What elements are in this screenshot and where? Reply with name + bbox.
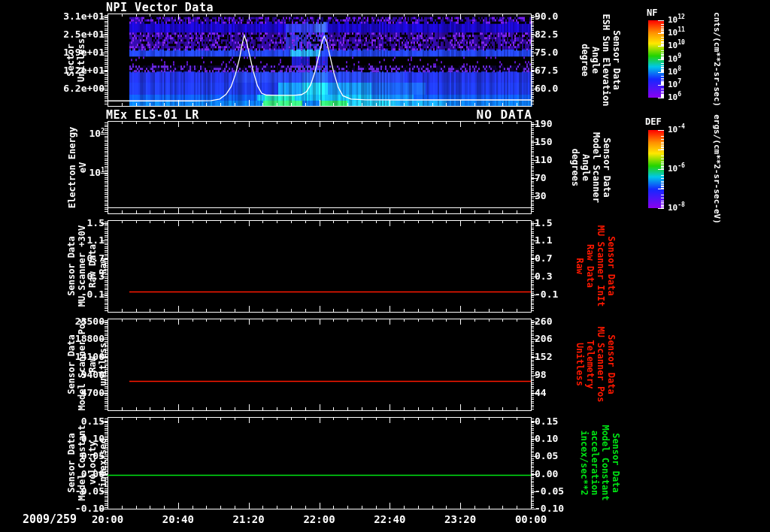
colorbar-nf-tick-label: 1012 [668,16,685,25]
x-tick-label: 22:00 [293,513,346,525]
no-data-label: NO DATA [477,107,532,122]
p4-right-tick-label: 260 [535,316,552,327]
colorbar-nf-tick-label: 108 [668,68,681,77]
p2-ytick-label: 102 [0,128,105,139]
p1-ytick-label: 1.9e+01 [0,47,105,58]
colorbar-def-tick-label: 10-4 [668,125,685,135]
colorbar-nf-tick-label: 107 [668,80,681,89]
p2-right-tick-label: 70 [535,173,547,183]
p2-right-axis-label: Sensor DataModel ScannerAngledegrees [570,132,612,203]
x-tick-label: 21:20 [223,513,275,525]
p5-left-axis-label: Sensor DataModel Constantvelocityindex/s… [66,425,108,500]
p4-right-axis-label: Sensor DataMU Scanner PosTelemetryUnitle… [574,326,617,402]
colorbar-nf-title: NF [647,8,657,18]
colorbar-def-tick-label: 10-8 [668,204,685,213]
p1-right-tick-label: 90.0 [535,11,558,22]
p2-right-tick-label: 110 [535,155,552,165]
p2-right-tick-label: 30 [535,191,547,201]
p3-right-tick-label: 0.3 [535,271,552,282]
p1-right-tick-label: 67.5 [535,65,558,76]
p1-ytick-label: 1.2e+01 [0,65,105,76]
colorbar-def-title: DEF [645,116,662,127]
x-tick-label: 00:00 [505,513,557,525]
x-axis-date-label: 2009/259 [17,512,83,526]
p1-ytick-label: 2.5e+01 [0,29,105,40]
p5-right-tick-label: 0.10 [535,434,558,444]
p1-left-axis-label: SectorUnitless [65,38,86,82]
p3-right-axis-label: Sensor DataMU Scanner InItRaw DataRaw [574,225,617,307]
p1-ytick-label: 6.2e+00 [0,83,105,94]
colorbar-def-tick-label: 10-6 [668,165,685,174]
p1-right-tick-label: 60.0 [535,83,558,94]
p5-right-axis-label: Sensor DataModel Constantaccelerationinc… [579,425,621,500]
x-tick-label: 23:20 [434,513,487,525]
p3-left-axis-label: Sensor DataMU Scanner +30VRaw DataRaw [66,225,108,307]
colorbar-nf-tick-label: 106 [668,93,681,102]
plot-window: NPI Vector Data MEx ELS-01 LR NO DATA 20… [0,0,770,532]
p5-right-tick-label: -0.10 [535,503,564,514]
p3-right-tick-label: -0.1 [535,289,558,300]
colorbar-nf-tick-label: 1010 [668,41,685,50]
p1-right-tick-label: 82.5 [535,29,558,40]
p4-left-axis-label: Sensor DataModel Scanner PosRawunitless [66,319,108,411]
p5-right-tick-label: 0.00 [535,469,558,479]
p4-right-tick-label: 206 [535,334,552,344]
p2-ytick-label: 101 [0,168,105,178]
colorbar-nf-unit-label: cnts/(cm**2-sr-sec) [711,12,722,107]
p2-left-axis-label: Electron EnergyeV [67,126,88,207]
x-tick-label: 22:40 [363,513,416,525]
p5-right-tick-label: 0.15 [535,416,558,427]
p4-right-tick-label: 44 [535,388,547,398]
p3-right-tick-label: 1.1 [535,235,552,246]
x-tick-label: 20:00 [81,513,134,525]
plot-canvas [0,0,770,532]
panel2-title: MEx ELS-01 LR [106,108,199,122]
colorbar-nf-tick-label: 109 [668,55,681,64]
p5-right-tick-label: 0.05 [535,451,558,461]
p1-right-tick-label: 75.0 [535,47,558,58]
p3-right-tick-label: 0.7 [535,253,552,264]
p4-right-tick-label: 98 [535,370,547,380]
p4-right-tick-label: 152 [535,352,552,362]
p2-right-tick-label: 190 [535,119,552,129]
p2-right-tick-label: 150 [535,137,552,147]
p5-ytick-label: -0.10 [0,503,105,514]
x-tick-label: 20:40 [152,513,205,525]
p1-right-axis-label: Sensor DataESH Sun ElevationAngledegree [580,14,622,106]
p5-right-tick-label: -0.05 [535,486,564,497]
p3-right-tick-label: 1.5 [535,218,552,228]
panel1-title: NPI Vector Data [106,1,214,14]
colorbar-nf-tick-label: 1011 [668,29,685,38]
colorbar-def-unit-label: ergs/(cm**2-sr-sec-eV) [711,114,722,224]
p1-ytick-label: 3.1e+01 [0,11,105,22]
